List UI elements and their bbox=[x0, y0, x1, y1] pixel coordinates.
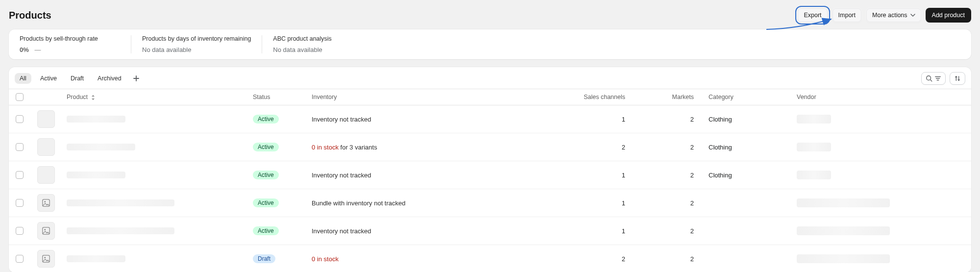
vendor-placeholder bbox=[797, 226, 890, 235]
markets-cell: 2 bbox=[640, 199, 709, 207]
sales-channels-cell: 1 bbox=[557, 172, 640, 179]
status-badge: Active bbox=[253, 115, 279, 124]
inventory-cell: 0 in stock bbox=[312, 255, 557, 263]
table-header: Product Status Inventory Sales channels … bbox=[9, 89, 971, 105]
page-title: Products bbox=[9, 10, 51, 21]
row-checkbox[interactable] bbox=[16, 143, 24, 151]
filter-icon bbox=[934, 75, 941, 82]
sales-channels-cell: 1 bbox=[557, 116, 640, 123]
markets-cell: 2 bbox=[640, 227, 709, 235]
vendor-placeholder bbox=[797, 198, 890, 207]
metric-inventory-days[interactable]: Products by days of inventory remaining … bbox=[131, 35, 262, 53]
product-thumbnail bbox=[37, 166, 55, 184]
chevron-down-icon bbox=[910, 13, 915, 18]
table-row[interactable]: ActiveInventory not tracked12 bbox=[9, 217, 971, 245]
col-product[interactable]: Product bbox=[67, 94, 253, 100]
product-name-placeholder bbox=[67, 255, 125, 262]
status-badge: Active bbox=[253, 171, 279, 179]
row-checkbox[interactable] bbox=[16, 115, 24, 123]
import-button[interactable]: Import bbox=[832, 8, 862, 23]
image-placeholder-icon bbox=[42, 198, 50, 207]
more-actions-label: More actions bbox=[872, 11, 907, 19]
row-checkbox[interactable] bbox=[16, 171, 24, 179]
metric-delta: — bbox=[34, 46, 41, 53]
tab-active[interactable]: Active bbox=[35, 73, 62, 84]
svg-point-4 bbox=[44, 229, 46, 231]
vendor-placeholder bbox=[797, 143, 831, 151]
plus-icon bbox=[133, 75, 140, 82]
product-thumbnail bbox=[37, 194, 55, 212]
sort-button[interactable] bbox=[950, 72, 965, 85]
table-row[interactable]: ActiveInventory not tracked12Clothing bbox=[9, 105, 971, 133]
product-name-placeholder bbox=[67, 144, 135, 150]
metric-value: No data available bbox=[273, 46, 374, 53]
product-name-placeholder bbox=[67, 116, 125, 123]
sales-channels-cell: 1 bbox=[557, 199, 640, 207]
tab-draft[interactable]: Draft bbox=[66, 73, 89, 84]
product-thumbnail bbox=[37, 138, 55, 156]
product-thumbnail bbox=[37, 110, 55, 128]
status-badge: Draft bbox=[253, 254, 275, 263]
tabs: All Active Draft Archived bbox=[15, 73, 142, 84]
image-placeholder-icon bbox=[42, 226, 50, 235]
metric-sell-through[interactable]: Products by sell-through rate 0% — bbox=[9, 35, 131, 53]
metric-label: Products by sell-through rate bbox=[20, 35, 120, 42]
sort-caret-icon bbox=[91, 95, 96, 100]
product-name-placeholder bbox=[67, 199, 174, 206]
markets-cell: 2 bbox=[640, 144, 709, 151]
more-actions-button[interactable]: More actions bbox=[866, 8, 922, 23]
tab-bar: All Active Draft Archived bbox=[9, 67, 971, 89]
search-icon bbox=[926, 75, 932, 82]
product-thumbnail bbox=[37, 222, 55, 240]
table-row[interactable]: Draft0 in stock22 bbox=[9, 245, 971, 272]
col-markets: Markets bbox=[640, 94, 709, 100]
add-product-button[interactable]: Add product bbox=[926, 8, 971, 23]
vendor-placeholder bbox=[797, 115, 831, 124]
metric-abc[interactable]: ABC product analysis No data available bbox=[262, 35, 385, 53]
tab-archived[interactable]: Archived bbox=[93, 73, 126, 84]
col-category: Category bbox=[709, 94, 797, 100]
status-badge: Active bbox=[253, 198, 279, 207]
table-body: ActiveInventory not tracked12ClothingAct… bbox=[9, 105, 971, 272]
vendor-placeholder bbox=[797, 171, 831, 179]
sort-icon bbox=[954, 75, 961, 82]
table-row[interactable]: ActiveBundle with inventory not tracked1… bbox=[9, 189, 971, 217]
add-view-button[interactable] bbox=[130, 73, 142, 84]
table-row[interactable]: Active0 in stock for 3 variants22Clothin… bbox=[9, 133, 971, 161]
table-row[interactable]: ActiveInventory not tracked12Clothing bbox=[9, 161, 971, 189]
markets-cell: 2 bbox=[640, 172, 709, 179]
svg-rect-5 bbox=[43, 255, 49, 262]
tab-all[interactable]: All bbox=[15, 73, 31, 84]
inventory-cell: Inventory not tracked bbox=[312, 172, 557, 179]
col-inventory: Inventory bbox=[312, 94, 557, 100]
metrics-card: Products by sell-through rate 0% — Produ… bbox=[9, 29, 971, 59]
col-sales-channels: Sales channels bbox=[557, 94, 640, 100]
inventory-cell: 0 in stock for 3 variants bbox=[312, 144, 557, 151]
products-table-card: All Active Draft Archived bbox=[9, 67, 971, 272]
status-badge: Active bbox=[253, 143, 279, 151]
table-toolbar bbox=[921, 72, 965, 85]
markets-cell: 2 bbox=[640, 255, 709, 263]
category-cell: Clothing bbox=[709, 172, 797, 179]
search-filter-button[interactable] bbox=[921, 72, 946, 85]
svg-point-2 bbox=[44, 201, 46, 203]
svg-rect-1 bbox=[43, 199, 49, 206]
col-vendor: Vendor bbox=[797, 94, 965, 100]
svg-point-6 bbox=[44, 257, 46, 259]
header-actions: Export Import More actions Add product bbox=[797, 8, 971, 23]
markets-cell: 2 bbox=[640, 116, 709, 123]
export-button[interactable]: Export bbox=[797, 8, 828, 23]
metric-value: No data available bbox=[142, 46, 251, 53]
vendor-placeholder bbox=[797, 254, 890, 263]
metric-value: 0% bbox=[20, 46, 29, 53]
row-checkbox[interactable] bbox=[16, 255, 24, 263]
page-header: Products Export Import More actions Add … bbox=[9, 8, 971, 23]
inventory-cell: Inventory not tracked bbox=[312, 227, 557, 235]
inventory-cell: Inventory not tracked bbox=[312, 116, 557, 123]
sales-channels-cell: 2 bbox=[557, 144, 640, 151]
row-checkbox[interactable] bbox=[16, 227, 24, 235]
select-all-checkbox[interactable] bbox=[16, 93, 24, 101]
category-cell: Clothing bbox=[709, 116, 797, 123]
row-checkbox[interactable] bbox=[16, 199, 24, 207]
svg-rect-3 bbox=[43, 227, 49, 234]
